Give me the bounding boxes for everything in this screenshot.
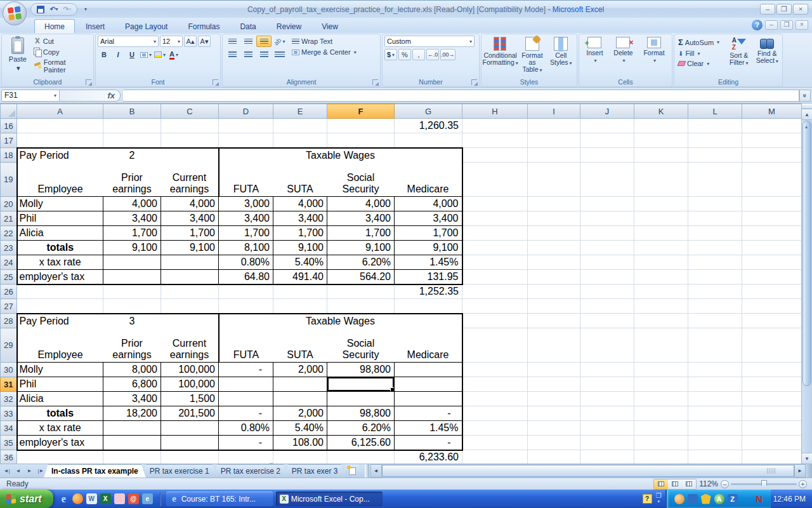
cell-M25[interactable] <box>742 270 802 284</box>
sort-filter-button[interactable]: AZ Sort & Filter▾ <box>726 36 752 76</box>
cell-H25[interactable] <box>462 270 528 284</box>
cell-F35[interactable]: 6,125.60 <box>327 436 395 450</box>
cell-I27[interactable] <box>528 299 580 314</box>
row-header-34[interactable]: 34 <box>1 421 17 436</box>
cell-E20[interactable]: 4,000 <box>273 197 327 211</box>
cell-J24[interactable] <box>580 255 634 270</box>
cell-D34[interactable]: 0.80% <box>219 421 273 436</box>
cell-D25[interactable]: 64.80 <box>219 270 273 284</box>
cell-H19[interactable] <box>462 163 528 197</box>
cell-F17[interactable] <box>327 133 395 148</box>
cell-C16[interactable] <box>161 119 219 133</box>
cell-A19[interactable]: Employee <box>17 163 103 197</box>
page-layout-view-button[interactable] <box>668 479 682 489</box>
cell-B25[interactable] <box>103 270 161 284</box>
cell-D24[interactable]: 0.80% <box>219 255 273 270</box>
column-header-A[interactable]: A <box>17 104 103 119</box>
cell-C34[interactable] <box>161 421 219 436</box>
column-header-I[interactable]: I <box>528 104 580 119</box>
firefox-icon[interactable] <box>72 493 83 504</box>
cell-G23[interactable]: 9,100 <box>395 241 462 255</box>
row-header-29[interactable]: 29 <box>1 328 17 363</box>
cell-G17[interactable] <box>395 133 462 148</box>
tab-split-handle[interactable] <box>365 464 369 478</box>
cell-E31[interactable] <box>273 377 327 392</box>
merge-center-button[interactable]: Merge & Center▾ <box>290 48 358 57</box>
cell-B21[interactable]: 3,400 <box>103 211 161 226</box>
cell-C31[interactable]: 100,000 <box>161 377 219 392</box>
zoom-level[interactable]: 112% <box>699 479 718 488</box>
cell-I36[interactable] <box>528 450 580 464</box>
sheet-tab-pr-tax-exer-3[interactable]: PR tax exer 3 <box>284 464 346 478</box>
shield-icon[interactable] <box>701 494 711 504</box>
cell-C25[interactable] <box>161 270 219 284</box>
cell-F23[interactable]: 9,100 <box>327 241 395 255</box>
column-header-E[interactable]: E <box>273 104 327 119</box>
cell-M30[interactable] <box>742 363 802 377</box>
cell-H34[interactable] <box>462 421 528 436</box>
workbook-minimize-button[interactable]: – <box>765 20 778 30</box>
cell-K25[interactable] <box>634 270 688 284</box>
cell-F36[interactable] <box>327 450 395 464</box>
zoom-slider[interactable]: – + <box>721 480 807 488</box>
cell-B26[interactable] <box>103 284 161 299</box>
cell-K20[interactable] <box>634 197 688 211</box>
align-right-button[interactable] <box>256 48 272 60</box>
cell-K33[interactable] <box>634 406 688 421</box>
cell-H32[interactable] <box>462 392 528 406</box>
cell-C35[interactable] <box>161 436 219 450</box>
cell-D35[interactable]: - <box>219 436 273 450</box>
cell-K19[interactable] <box>634 163 688 197</box>
volume-icon[interactable] <box>741 494 751 504</box>
top-align-button[interactable] <box>225 36 240 47</box>
norton-icon[interactable]: N <box>754 494 764 504</box>
cell-G33[interactable]: - <box>395 406 462 421</box>
cell-L26[interactable] <box>688 284 742 299</box>
cell-J21[interactable] <box>580 211 634 226</box>
cell-B17[interactable] <box>103 133 161 148</box>
cell-A34[interactable]: x tax rate <box>17 421 103 436</box>
cell-C24[interactable] <box>161 255 219 270</box>
tab-review[interactable]: Review <box>267 20 311 33</box>
tab-home[interactable]: Home <box>34 19 75 33</box>
sticky-note-icon[interactable]: ? <box>643 494 652 504</box>
cell-F25[interactable]: 564.20 <box>327 270 395 284</box>
cell-M26[interactable] <box>742 284 802 299</box>
cell-G29[interactable]: Medicare <box>395 328 462 363</box>
underline-button[interactable]: U <box>126 49 138 60</box>
cell-L18[interactable] <box>688 148 742 163</box>
cell-H35[interactable] <box>462 436 528 450</box>
cell-B35[interactable] <box>103 436 161 450</box>
cell-A20[interactable]: Molly <box>17 197 103 211</box>
row-header-25[interactable]: 25 <box>1 270 17 284</box>
cell-I29[interactable] <box>528 328 580 363</box>
bold-button[interactable]: B <box>98 49 110 60</box>
cell-I32[interactable] <box>528 392 580 406</box>
cell-K29[interactable] <box>634 328 688 363</box>
cell-A25[interactable]: employer's tax <box>17 270 103 284</box>
cell-E35[interactable]: 108.00 <box>273 436 327 450</box>
cell-I18[interactable] <box>528 148 580 163</box>
zoom-in-button[interactable]: + <box>799 480 807 488</box>
cell-K21[interactable] <box>634 211 688 226</box>
cell-L32[interactable] <box>688 392 742 406</box>
cell-E25[interactable]: 491.40 <box>273 270 327 284</box>
cell-G27[interactable] <box>395 299 462 314</box>
cell-B27[interactable] <box>103 299 161 314</box>
cell-B28[interactable]: 3 <box>103 314 161 328</box>
row-header-23[interactable]: 23 <box>1 241 17 255</box>
insert-worksheet-tab[interactable] <box>342 464 363 478</box>
next-sheet-button[interactable]: ► <box>24 465 35 476</box>
cell-M27[interactable] <box>742 299 802 314</box>
cell-A26[interactable] <box>17 284 103 299</box>
cell-H22[interactable] <box>462 226 528 241</box>
close-button[interactable]: × <box>793 4 808 15</box>
insert-cells-button[interactable]: Insert▾ <box>585 36 604 76</box>
cell-C17[interactable] <box>161 133 219 148</box>
cell-M23[interactable] <box>742 241 802 255</box>
cell-M31[interactable] <box>742 377 802 392</box>
row-header-24[interactable]: 24 <box>1 255 17 270</box>
number-format-combobox[interactable]: Custom▾ <box>384 36 475 47</box>
cell-M28[interactable] <box>742 314 802 328</box>
cell-D32[interactable] <box>219 392 273 406</box>
